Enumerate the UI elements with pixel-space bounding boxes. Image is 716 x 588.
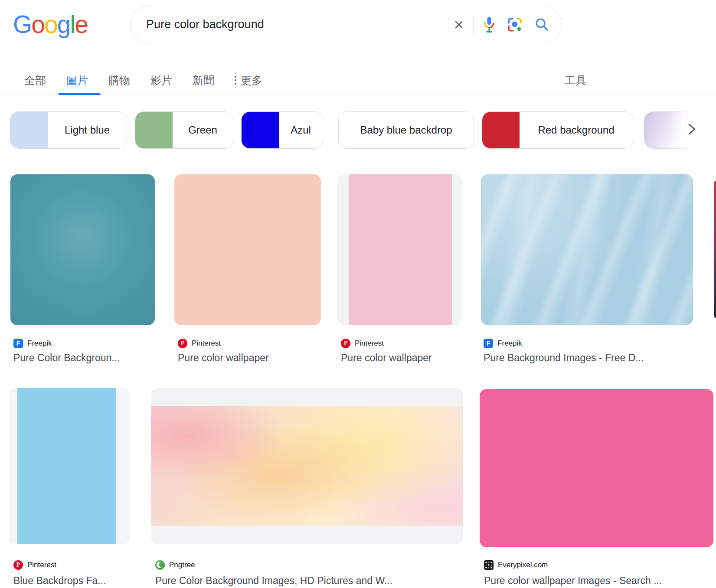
source-name: Pinterest [355,339,384,348]
result-source[interactable]: F Freepik [13,339,52,348]
freepik-icon: F [484,339,493,348]
logo-letter: G [13,10,31,38]
result-source[interactable]: P Pinterest [178,339,221,348]
pinterest-icon: P [13,560,23,570]
source-name: Pinterest [192,339,221,348]
result-title[interactable]: Pure color wallpaper [178,352,269,364]
result-image-sky-blue[interactable] [17,388,116,544]
result-source[interactable]: F Freepik [484,339,522,348]
chip-label: Azul [279,124,323,136]
chip-label: Light blue [48,124,127,136]
result-image-teal[interactable] [10,174,155,325]
logo-letter: e [75,10,88,38]
source-name: Freepik [27,339,52,348]
result-image-watercolor[interactable] [151,406,463,526]
result-source[interactable]: P Pinterest [13,560,56,570]
source-name: Freepik [497,339,522,348]
result-image-light-blue-texture[interactable] [481,174,693,325]
everypixel-icon [484,560,494,570]
chip-color-swatch [482,112,520,148]
chip-label: Red background [520,124,633,136]
logo-letter: g [57,10,70,38]
result-card-watercolor[interactable] [151,388,463,544]
result-source[interactable]: Everypixel.com [484,560,548,570]
tab-shopping[interactable]: 購物 [108,73,130,88]
result-title[interactable]: Pure color wallpaper [341,352,432,364]
result-source[interactable]: P Pinterest [341,339,384,348]
logo-letter: l [70,10,75,38]
search-icon[interactable] [534,17,550,33]
source-name: Pngtree [169,561,195,569]
source-name: Everypixel.com [498,561,548,569]
result-title[interactable]: Pure Color Backgroun... [13,352,120,364]
chip-azul[interactable]: Azul [241,111,323,149]
result-card-pink[interactable] [337,174,462,325]
search-input[interactable] [146,18,452,31]
result-type-tabs: 全部 圖片 購物 影片 新聞 更多 [24,73,262,88]
tab-all[interactable]: 全部 [24,73,46,88]
chip-light-blue[interactable]: Light blue [10,111,127,149]
logo-letter: o [44,10,57,38]
logo-letter: o [31,10,44,38]
chip-color-swatch [242,112,279,148]
chip-color-swatch [135,112,173,148]
tab-videos[interactable]: 影片 [150,73,172,88]
more-dots-icon [235,76,236,85]
search-bar[interactable] [130,6,562,43]
result-image-pink[interactable] [349,174,452,325]
source-name: Pinterest [27,561,56,569]
pinterest-icon: P [341,339,350,348]
tab-images[interactable]: 圖片 [66,73,88,88]
chip-baby-blue-backdrop[interactable]: Baby blue backdrop [338,111,474,149]
tab-more[interactable]: 更多 [235,73,262,88]
pngtree-icon [155,560,165,570]
tab-more-label: 更多 [241,73,262,88]
clear-search-icon[interactable] [452,18,465,31]
google-logo[interactable]: Google [13,12,88,37]
chip-label: Green [173,124,233,136]
result-image-peach[interactable] [174,174,321,325]
chips-next-arrow[interactable] [684,121,699,140]
result-title[interactable]: Blue Backdrops Fa... [13,575,106,587]
result-title[interactable]: Pure color wallpaper Images - Search ... [484,575,662,587]
header-divider [0,95,716,95]
pinterest-icon: P [178,339,187,348]
tools-button[interactable]: 工具 [565,73,586,88]
chip-label: Baby blue backdrop [339,124,474,136]
chip-color-swatch [10,112,48,148]
chip-green[interactable]: Green [135,111,233,149]
result-card-sky-blue[interactable] [9,388,130,544]
searchbar-divider [473,16,474,34]
freepik-icon: F [13,339,23,348]
voice-search-icon[interactable] [483,16,495,33]
partial-next-image[interactable] [714,181,716,318]
google-images-results-page: Google [0,0,716,588]
result-title[interactable]: Pure Background Images - Free D... [484,352,644,364]
tab-news[interactable]: 新聞 [193,73,214,88]
result-image-hot-pink[interactable] [480,389,713,547]
lens-camera-icon[interactable] [507,16,523,33]
chip-red-background[interactable]: Red background [482,111,633,149]
result-source[interactable]: Pngtree [155,560,195,570]
result-title[interactable]: Pure Color Background Images, HD Picture… [155,575,392,587]
